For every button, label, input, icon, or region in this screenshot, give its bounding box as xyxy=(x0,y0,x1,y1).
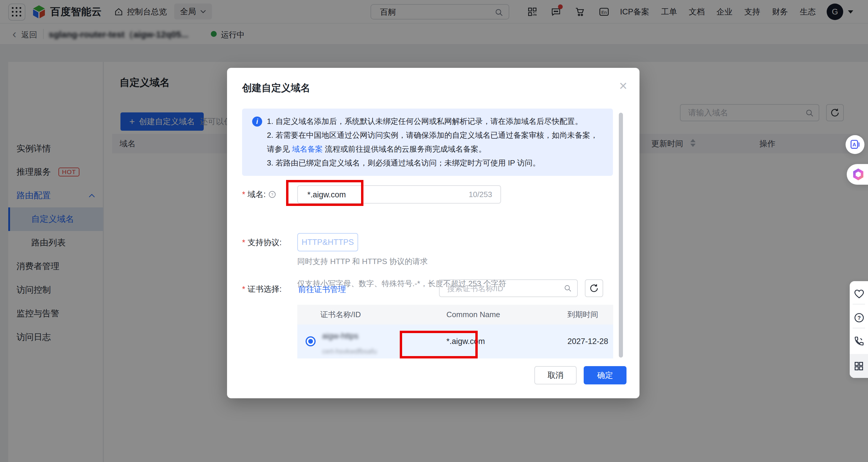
toolbar-more-section[interactable] xyxy=(850,354,868,378)
cancel-button[interactable]: 取消 xyxy=(534,366,577,385)
cert-col-name: 证书名称/ID xyxy=(320,305,361,325)
grid-apps-icon xyxy=(854,361,864,371)
info-icon: i xyxy=(252,117,262,127)
cert-label-text: 证书选择: xyxy=(248,284,282,294)
close-icon[interactable]: ✕ xyxy=(619,80,628,92)
cert-search-input[interactable] xyxy=(447,281,557,296)
confirm-button[interactable]: 确定 xyxy=(584,366,626,385)
domain-label-text: 域名: xyxy=(248,189,266,200)
divider xyxy=(852,304,865,304)
refresh-icon xyxy=(589,283,599,293)
notice-line-2-tail: 流程或前往提供域名的云服务商完成域名备案。 xyxy=(323,144,486,154)
cert-search xyxy=(439,279,578,297)
required-mark: * xyxy=(242,190,245,199)
assistant-doc-button[interactable]: A xyxy=(845,135,864,154)
notice-line-2: 2. 若需要在中国地区通过公网访问实例，请确保添加的自定义域名已通过备案审核，如… xyxy=(267,128,602,156)
notice-banner: i 1. 自定义域名添加后，系统默认未绑定任何公网或私网解析记录，请在添加域名后… xyxy=(242,108,613,176)
radio-selected-icon[interactable] xyxy=(306,336,316,346)
help-icon[interactable]: ? xyxy=(268,190,276,199)
floating-toolbar: ? xyxy=(850,281,868,378)
notice-line-3: 3. 若路由已绑定自定义域名，则必须通过域名访问；未绑定时方可使用 IP 访问。 xyxy=(267,156,602,170)
cert-expire-time: 2027-12-28 17:23:30 xyxy=(567,325,613,358)
divider xyxy=(852,328,865,328)
hexagon-logo-icon xyxy=(851,168,865,181)
svg-text:A: A xyxy=(852,142,856,147)
page: 百度智能云 控制台总览 全局 xyxy=(0,0,868,462)
required-mark: * xyxy=(242,238,245,247)
protocol-option[interactable]: HTTP&HTTPS xyxy=(297,233,358,251)
cert-id: cert-hsvkwdfbsafu xyxy=(322,348,377,356)
annotation-box-common-name xyxy=(400,331,478,358)
translate-doc-icon: A xyxy=(849,139,861,150)
cert-manage-link[interactable]: 前往证书管理 xyxy=(298,284,346,295)
protocol-hint: 同时支持 HTTP 和 HTTPS 协议的请求 xyxy=(297,256,428,267)
cert-table-header: 证书名称/ID Common Name 到期时间 xyxy=(297,305,613,325)
protocol-field-label: * 支持协议: xyxy=(242,237,282,248)
char-counter: 10/253 xyxy=(469,186,492,203)
svg-text:?: ? xyxy=(271,192,273,197)
cert-field-label: * 证书选择: xyxy=(242,284,282,294)
notice-line-1: 1. 自定义域名添加后，系统默认未绑定任何公网或私网解析记录，请在添加域名后尽快… xyxy=(267,114,602,128)
modal-title: 创建自定义域名 xyxy=(242,81,310,95)
cert-name: aigw-https xyxy=(322,332,359,341)
domain-icp-link[interactable]: 域名备案 xyxy=(292,144,323,154)
required-mark: * xyxy=(242,285,245,294)
help-circle-icon[interactable]: ? xyxy=(854,312,864,323)
ai-assistant-button[interactable] xyxy=(847,164,868,185)
cert-refresh-button[interactable] xyxy=(585,279,603,297)
annotation-box-domain-input xyxy=(286,180,364,206)
cert-col-expire: 到期时间 xyxy=(567,305,598,325)
protocol-label-text: 支持协议: xyxy=(248,237,282,248)
search-icon[interactable] xyxy=(564,284,572,292)
modal-scrollbar[interactable] xyxy=(619,113,623,358)
svg-text:?: ? xyxy=(858,315,861,321)
phone-contact-icon[interactable] xyxy=(854,336,864,346)
favorite-heart-icon[interactable] xyxy=(854,289,864,299)
domain-field-label: * 域名: ? xyxy=(242,189,276,199)
cert-col-common-name: Common Name xyxy=(446,305,500,325)
